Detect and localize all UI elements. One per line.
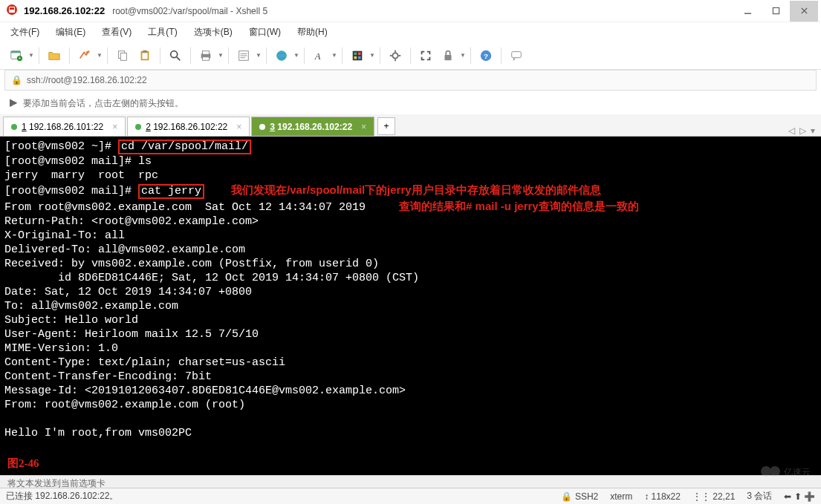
close-button[interactable]: [790, 1, 818, 22]
svg-rect-29: [354, 52, 357, 55]
dropdown-icon[interactable]: ▼: [97, 52, 103, 59]
tab-nav: ◁ ▷ ▾: [788, 125, 821, 136]
copy-icon[interactable]: [112, 45, 133, 66]
close-tab-icon[interactable]: ×: [361, 122, 366, 132]
svg-rect-16: [143, 50, 146, 52]
open-folder-icon[interactable]: [44, 45, 65, 66]
dropdown-icon[interactable]: ▼: [293, 52, 299, 59]
chat-icon[interactable]: [506, 45, 527, 66]
highlight-cmd-cat: cat jerry: [138, 184, 204, 199]
minimize-button[interactable]: [733, 1, 762, 22]
svg-text:+: +: [19, 56, 22, 61]
close-tab-icon[interactable]: ×: [236, 122, 241, 132]
highlight-cmd-cd: cd /var/spool/mail/: [118, 140, 251, 154]
menu-view[interactable]: 查看(V): [99, 24, 134, 41]
terminal[interactable]: [root@vms002 ~]# cd /var/spool/mail/ [ro…: [0, 137, 821, 475]
window-host: 192.168.26.102:22: [24, 5, 105, 16]
print-icon[interactable]: [195, 45, 216, 66]
tab-label: 3 192.168.26.102:22: [270, 122, 352, 132]
toolbar: + ▼ ▼ ▼ ▼ ▼ A ▼ ▼ ▼ ?: [0, 42, 821, 70]
svg-rect-32: [358, 56, 361, 59]
svg-rect-8: [11, 50, 21, 53]
svg-point-33: [392, 53, 397, 58]
watermark-logo: 亿速云: [759, 460, 812, 485]
address-bar[interactable]: 🔒 ssh://root@192.168.26.102:22: [4, 70, 817, 91]
new-session-icon[interactable]: +: [6, 45, 27, 66]
svg-rect-38: [445, 55, 452, 60]
dropdown-icon[interactable]: ▼: [331, 52, 337, 59]
tab-session-1[interactable]: 1 192.168.26.101:22 ×: [3, 117, 126, 136]
lock-icon[interactable]: [438, 45, 458, 66]
tab-session-2[interactable]: 2 192.168.26.102:22 ×: [127, 117, 250, 136]
tab-label: 1 192.168.26.101:22: [22, 122, 103, 132]
status-protocol: 🔒SSH2: [561, 491, 598, 502]
tab-list-icon[interactable]: ▾: [811, 125, 815, 136]
hint-text: 要添加当前会话，点击左侧的箭头按钮。: [23, 97, 184, 110]
svg-rect-21: [203, 56, 210, 60]
svg-rect-2: [10, 7, 14, 10]
menu-tools[interactable]: 工具(T): [145, 24, 180, 41]
status-cursor: ⋮⋮ 22,21: [692, 491, 735, 502]
maximize-button[interactable]: [762, 1, 790, 22]
hint-bar: ⯈ 要添加当前会话，点击左侧的箭头按钮。: [4, 94, 817, 113]
svg-rect-30: [358, 52, 361, 55]
figure-label: 图2-46: [7, 456, 39, 471]
reconnect-icon[interactable]: [74, 45, 95, 66]
svg-rect-13: [120, 53, 126, 60]
svg-point-26: [277, 50, 287, 60]
app-icon: [6, 4, 18, 18]
font-icon[interactable]: A: [309, 45, 330, 66]
menubar: 文件(F) 编辑(E) 查看(V) 工具(T) 选项卡(B) 窗口(W) 帮助(…: [0, 22, 821, 42]
menu-window[interactable]: 窗口(W): [246, 24, 284, 41]
svg-rect-41: [512, 51, 522, 57]
tab-label: 2 192.168.26.102:22: [146, 122, 227, 132]
svg-point-43: [770, 466, 780, 477]
add-tab-button[interactable]: +: [377, 117, 395, 135]
menu-tabs[interactable]: 选项卡(B): [191, 24, 236, 41]
fullscreen-icon[interactable]: [415, 45, 436, 66]
dropdown-icon[interactable]: ▼: [256, 52, 262, 59]
titlebar: 192.168.26.102:22 root@vms002:/var/spool…: [0, 0, 821, 22]
status-dot-icon: [259, 124, 265, 130]
svg-rect-20: [203, 50, 210, 54]
dropdown-icon[interactable]: ▼: [369, 52, 375, 59]
status-dot-icon: [135, 124, 141, 130]
svg-line-18: [177, 56, 181, 60]
tab-prev-icon[interactable]: ◁: [788, 125, 795, 136]
menu-edit[interactable]: 编辑(E): [53, 24, 88, 41]
tab-strip: 1 192.168.26.101:22 × 2 192.168.26.102:2…: [0, 114, 821, 137]
svg-point-11: [86, 50, 89, 53]
status-term-type: xterm: [610, 491, 632, 502]
close-tab-icon[interactable]: ×: [112, 122, 117, 132]
globe-icon[interactable]: [271, 45, 292, 66]
status-session-count: 3 会话: [747, 490, 772, 503]
annotation-2: 查询的结果和# mail -u jerry查询的信息是一致的: [399, 200, 639, 212]
address-text: ssh://root@192.168.26.102:22: [27, 75, 147, 85]
dropdown-icon[interactable]: ▼: [218, 52, 224, 59]
help-icon[interactable]: ?: [476, 45, 496, 66]
menu-file[interactable]: 文件(F): [7, 24, 42, 41]
paste-icon[interactable]: [134, 45, 155, 66]
dropdown-icon[interactable]: ▼: [28, 52, 34, 59]
annotation-1: 我们发现在/var/spool/mail下的jerry用户目录中存放着日常收发的…: [231, 183, 601, 196]
status-size: ↕ 118x22: [644, 491, 681, 502]
tab-next-icon[interactable]: ▷: [799, 125, 806, 136]
arrow-icon[interactable]: ⯈: [9, 98, 19, 109]
dropdown-icon[interactable]: ▼: [460, 52, 466, 59]
gear-icon[interactable]: [385, 45, 406, 66]
svg-rect-4: [773, 7, 779, 13]
status-dot-icon: [11, 124, 17, 130]
svg-text:A: A: [314, 50, 321, 61]
color-scheme-icon[interactable]: [347, 45, 368, 66]
svg-point-17: [171, 50, 178, 57]
search-icon[interactable]: [165, 45, 186, 66]
window-path: root@vms002:/var/spool/mail - Xshell 5: [112, 6, 267, 16]
statusbar: 已连接 192.168.26.102:22。 🔒SSH2 xterm ↕ 118…: [0, 488, 821, 504]
svg-rect-31: [354, 56, 357, 59]
properties-icon[interactable]: [233, 45, 254, 66]
tab-session-3[interactable]: 3 192.168.26.102:22 ×: [251, 117, 374, 136]
lock-icon: 🔒: [561, 491, 572, 502]
menu-help[interactable]: 帮助(H): [294, 24, 331, 41]
status-nav-icons[interactable]: ⬅ ⬆ ➕: [784, 491, 815, 502]
svg-rect-15: [142, 53, 147, 59]
